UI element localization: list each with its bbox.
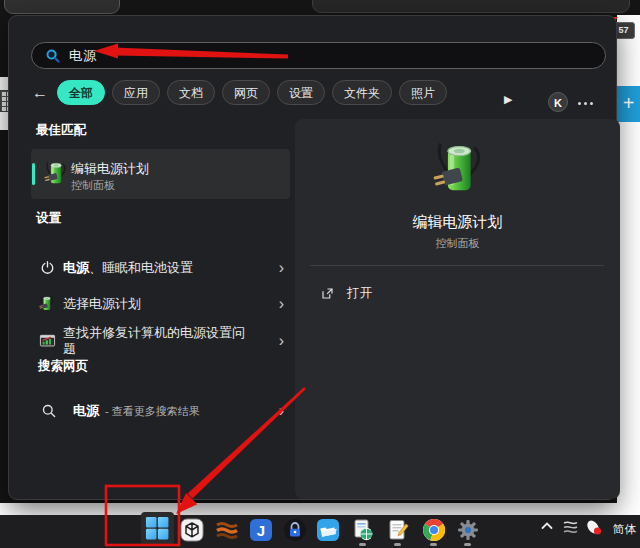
flame-app-icon[interactable] <box>215 518 239 542</box>
search-icon <box>41 403 57 419</box>
open-external-icon <box>320 286 335 301</box>
tab-folders[interactable]: 文件夹 <box>332 80 392 105</box>
best-match-header: 最佳匹配 <box>36 122 86 139</box>
result-power-sleep-settings[interactable]: 电源、睡眠和电池设置 › <box>31 249 290 287</box>
result-label: 选择电源计划 <box>63 296 249 312</box>
tab-apps[interactable]: 应用 <box>112 80 160 105</box>
result-web-search[interactable]: 电源 - 查看更多搜索结果 › <box>31 394 290 428</box>
search-icon <box>45 48 61 64</box>
tray-mouse-icon[interactable] <box>585 519 603 536</box>
troubleshoot-icon <box>39 333 56 350</box>
ime-language-indicator[interactable]: 简体 <box>613 522 636 537</box>
best-match-subtitle: 控制面板 <box>71 178 115 193</box>
open-action[interactable]: 打开 <box>320 282 372 304</box>
filter-tabs: 全部 应用 文档 网页 设置 文件夹 照片 <box>57 80 447 105</box>
chevron-right-icon: › <box>279 297 284 311</box>
battery-plan-icon <box>39 294 54 315</box>
open-label: 打开 <box>347 285 372 302</box>
game-mode-icon[interactable]: ▶ <box>504 93 512 106</box>
settings-header: 设置 <box>36 210 61 227</box>
best-match-item[interactable]: 编辑电源计划 控制面板 <box>31 149 290 199</box>
notepad-icon[interactable] <box>386 518 410 542</box>
account-avatar[interactable]: K <box>548 92 568 112</box>
running-indicator <box>464 543 471 546</box>
webpage-bottom-strip <box>0 503 640 515</box>
browser-tab-strip[interactable] <box>312 0 630 13</box>
running-indicator <box>430 543 437 546</box>
converter-app-icon[interactable] <box>351 518 375 542</box>
tray-expand-chevron-icon[interactable] <box>541 522 553 530</box>
power-icon <box>39 260 56 277</box>
svg-text:J: J <box>257 522 265 539</box>
power-plan-icon-large <box>432 141 484 199</box>
back-arrow-icon[interactable]: ← <box>31 84 49 102</box>
windows-start-icon[interactable] <box>145 516 169 540</box>
running-indicator <box>359 543 366 546</box>
j-app-icon[interactable]: J <box>249 518 273 542</box>
preview-subtitle: 控制面板 <box>295 236 620 251</box>
browser-tab[interactable] <box>4 0 120 14</box>
chrome-icon[interactable] <box>422 518 446 542</box>
best-match-title: 编辑电源计划 <box>71 160 149 178</box>
settings-gear-icon[interactable] <box>456 518 480 542</box>
tab-all[interactable]: 全部 <box>57 80 105 105</box>
password-lock-icon[interactable] <box>283 518 307 542</box>
result-label: 查找并修复计算机的电源设置问题 <box>63 325 249 357</box>
3d-viewer-icon[interactable] <box>180 518 204 542</box>
running-indicator <box>394 543 401 546</box>
result-label: 、睡眠和电池设置 <box>89 260 193 275</box>
tab-photos[interactable]: 照片 <box>399 80 447 105</box>
result-preview-pane: 编辑电源计划 控制面板 打开 <box>295 119 620 499</box>
chevron-right-icon: › <box>279 334 284 348</box>
divider <box>310 265 604 266</box>
netdisk-folder-icon[interactable] <box>316 518 340 542</box>
chevron-right-icon: › <box>279 261 284 275</box>
power-plan-icon <box>44 158 67 190</box>
search-flyout-panel: 电源 ← 全部 应用 文档 网页 设置 文件夹 照片 ▶ K 最佳匹配 编辑电源… <box>8 15 617 500</box>
tab-settings[interactable]: 设置 <box>277 80 325 105</box>
chevron-right-icon: › <box>279 404 284 418</box>
result-label: - 查看更多搜索结果 <box>105 404 200 419</box>
tab-documents[interactable]: 文档 <box>167 80 215 105</box>
search-web-header: 搜索网页 <box>38 358 88 375</box>
match-term: 电源 <box>73 402 99 420</box>
selection-accent-bar <box>32 163 35 185</box>
tab-web[interactable]: 网页 <box>222 80 270 105</box>
search-input[interactable]: 电源 <box>31 42 606 69</box>
match-term: 电源 <box>63 260 89 275</box>
webpage-plus-button[interactable]: + <box>617 86 640 122</box>
more-options-icon[interactable] <box>578 100 596 106</box>
search-query: 电源 <box>69 47 97 65</box>
preview-title: 编辑电源计划 <box>295 213 620 232</box>
tray-list-icon[interactable] <box>562 521 578 534</box>
